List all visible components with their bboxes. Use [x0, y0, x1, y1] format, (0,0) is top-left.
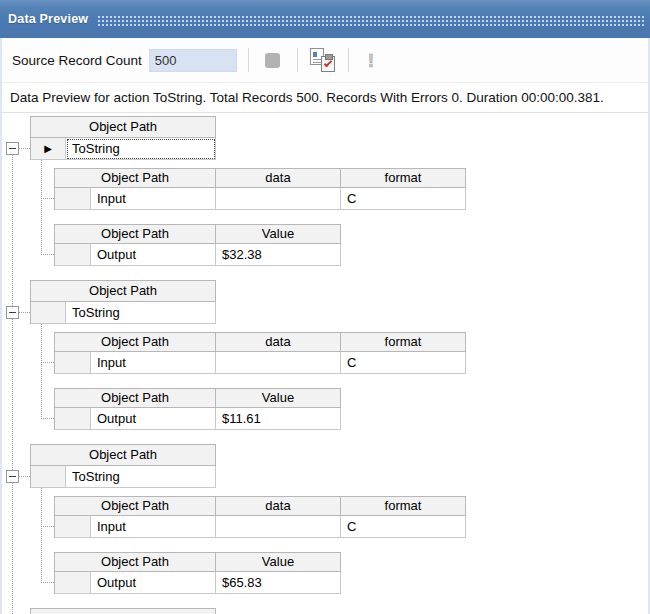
row-selector-cell[interactable] [55, 408, 91, 430]
row-selector-cell[interactable] [55, 572, 91, 594]
group-path-table: Object Path ▶ ToString [30, 116, 216, 160]
group-path-table: Object Path ▶ ToString [30, 444, 216, 488]
stop-icon [265, 53, 280, 68]
tree-connector [41, 526, 54, 527]
input-label-cell[interactable]: Input [91, 188, 216, 210]
output-table: Object Path Value Output $65.83 [54, 552, 341, 594]
object-path-header[interactable]: Object Path [31, 445, 216, 466]
panel-title: Data Preview [8, 12, 88, 26]
group-path-cell[interactable]: ToString [66, 466, 216, 488]
row-selector-cell[interactable]: ▶ [31, 138, 66, 160]
row-selector-cell[interactable] [55, 352, 91, 374]
data-header[interactable]: data [216, 497, 341, 516]
tree-connector [41, 418, 54, 419]
toolbar-separator [348, 48, 349, 72]
source-record-count-input[interactable] [149, 49, 237, 72]
collapse-expander-button[interactable] [6, 306, 19, 319]
group-path-cell[interactable]: ToString [66, 138, 216, 160]
panel-body: Source Record Count ! Data Preview for a… [0, 38, 650, 614]
preview-grid: Object Path ▶ ToString Object Path data … [2, 112, 648, 614]
warning-button[interactable]: ! [360, 47, 382, 73]
tree-connector [41, 254, 54, 255]
data-preview-panel: Data Preview Source Record Count ! [0, 0, 650, 614]
titlebar-grip-dots[interactable] [97, 14, 644, 27]
input-format-cell[interactable]: C [341, 352, 466, 374]
input-table: Object Path data format Input C [54, 168, 466, 210]
input-data-cell[interactable] [216, 188, 341, 210]
row-selector-cell[interactable] [55, 188, 91, 210]
group-path-table: Object Path ▶ ToString [30, 280, 216, 324]
output-value-cell[interactable]: $32.38 [216, 244, 341, 266]
value-header[interactable]: Value [216, 225, 341, 244]
output-value-cell[interactable]: $11.61 [216, 408, 341, 430]
tree-connector [41, 582, 54, 583]
input-label-cell[interactable]: Input [91, 352, 216, 374]
object-path-header[interactable]: Object Path [55, 553, 216, 572]
status-text: Data Preview for action ToString. Total … [10, 90, 604, 105]
current-row-arrow-icon: ▶ [44, 144, 52, 154]
partial-next-group-header: Object Path [30, 608, 216, 614]
toolbar-separator [248, 48, 249, 72]
collapse-expander-button[interactable] [6, 470, 19, 483]
object-path-header[interactable]: Object Path [55, 389, 216, 408]
toolbar-separator [297, 48, 298, 72]
group-path-cell[interactable]: ToString [66, 302, 216, 324]
source-record-count-label: Source Record Count [12, 53, 142, 68]
output-label-cell[interactable]: Output [91, 244, 216, 266]
row-selector-cell[interactable] [55, 516, 91, 538]
input-label-cell[interactable]: Input [91, 516, 216, 538]
object-path-header[interactable]: Object Path [55, 333, 216, 352]
record-group: Object Path ▶ ToString Object Path data … [2, 116, 648, 266]
data-header[interactable]: data [216, 169, 341, 188]
tree-child-line [41, 488, 42, 583]
output-table: Object Path Value Output $11.61 [54, 388, 341, 430]
clipboard-icon [321, 56, 335, 72]
input-data-cell[interactable] [216, 516, 341, 538]
output-table: Object Path Value Output $32.38 [54, 224, 341, 266]
record-groups: Object Path ▶ ToString Object Path data … [2, 116, 648, 594]
output-label-cell[interactable]: Output [91, 408, 216, 430]
input-table: Object Path data format Input C [54, 496, 466, 538]
row-selector-cell[interactable] [55, 244, 91, 266]
row-selector-cell[interactable]: ▶ [31, 466, 66, 488]
output-value-cell[interactable]: $65.83 [216, 572, 341, 594]
tree-connector [19, 312, 30, 313]
record-group: Object Path ▶ ToString Object Path data … [2, 280, 648, 430]
output-label-cell[interactable]: Output [91, 572, 216, 594]
input-format-cell[interactable]: C [341, 188, 466, 210]
collapse-expander-button[interactable] [6, 142, 19, 155]
data-header[interactable]: data [216, 333, 341, 352]
input-data-cell[interactable] [216, 352, 341, 374]
exclamation-icon: ! [368, 51, 374, 70]
input-table: Object Path data format Input C [54, 332, 466, 374]
object-path-header[interactable]: Object Path [31, 117, 216, 138]
tree-connector [41, 362, 54, 363]
tree-connector [19, 476, 30, 477]
format-header[interactable]: format [341, 333, 466, 352]
panel-titlebar[interactable]: Data Preview [0, 0, 650, 38]
object-path-header[interactable]: Object Path [55, 497, 216, 516]
tree-child-line [41, 324, 42, 419]
red-check-icon [324, 59, 332, 67]
value-header[interactable]: Value [216, 553, 341, 572]
status-line: Data Preview for action ToString. Total … [2, 82, 648, 112]
record-group: Object Path ▶ ToString Object Path data … [2, 444, 648, 594]
validate-button[interactable] [309, 47, 337, 73]
object-path-header[interactable]: Object Path [31, 609, 216, 614]
stop-button[interactable] [260, 47, 286, 73]
tree-child-line [41, 160, 42, 255]
format-header[interactable]: format [341, 497, 466, 516]
object-path-header[interactable]: Object Path [55, 169, 216, 188]
tree-connector [41, 198, 54, 199]
object-path-header[interactable]: Object Path [55, 225, 216, 244]
tree-connector [19, 148, 30, 149]
toolbar: Source Record Count ! [2, 38, 648, 82]
object-path-header[interactable]: Object Path [31, 281, 216, 302]
input-format-cell[interactable]: C [341, 516, 466, 538]
value-header[interactable]: Value [216, 389, 341, 408]
row-selector-cell[interactable]: ▶ [31, 302, 66, 324]
format-header[interactable]: format [341, 169, 466, 188]
